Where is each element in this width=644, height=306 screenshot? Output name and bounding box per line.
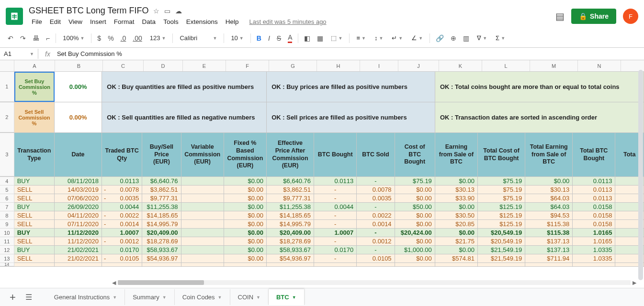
- col-header-K[interactable]: K: [439, 60, 482, 71]
- header-date[interactable]: Date: [55, 133, 102, 176]
- cell-price[interactable]: $54,936.97: [142, 254, 181, 262]
- cell-cost[interactable]: $75.19: [395, 177, 435, 185]
- cell-date[interactable]: 08/11/2018: [55, 177, 102, 185]
- tab-coin[interactable]: COIN▼: [230, 289, 269, 305]
- row-header[interactable]: 8: [0, 211, 14, 220]
- cell-fix[interactable]: $0.00: [224, 220, 267, 228]
- cell-price[interactable]: $3,862.51: [142, 186, 181, 194]
- cell-tearn[interactable]: $115.38: [525, 229, 573, 237]
- folder-icon[interactable]: ▭: [164, 7, 170, 15]
- cell-type[interactable]: BUY: [14, 203, 55, 211]
- cell-var[interactable]: [181, 186, 224, 194]
- cell-earn[interactable]: $33.90: [435, 194, 478, 202]
- col-header-G[interactable]: G: [269, 60, 317, 71]
- cell-tbtc[interactable]: 1.0335: [573, 254, 615, 262]
- cell-cost[interactable]: $0.00: [395, 194, 435, 202]
- cell-eff[interactable]: $3,862.51: [267, 186, 314, 194]
- row-header[interactable]: 2: [0, 102, 14, 132]
- cell-earn[interactable]: $21.75: [435, 237, 478, 245]
- cell[interactable]: [573, 263, 615, 266]
- fill-color-button[interactable]: ◧: [302, 33, 312, 44]
- col-header-F[interactable]: F: [226, 60, 269, 71]
- header-price[interactable]: Buy/Sell Price (EUR): [142, 133, 181, 176]
- cell-extra[interactable]: [615, 186, 644, 194]
- cell-qty[interactable]: -0.0078: [102, 186, 142, 194]
- msg-buy-price[interactable]: OK : Buy prices are filled as positive n…: [267, 72, 435, 102]
- header-totalbtc[interactable]: Total BTC Bought: [573, 133, 615, 176]
- cell[interactable]: [615, 263, 644, 266]
- borders-button[interactable]: ▦: [315, 33, 325, 44]
- cell-tcost[interactable]: $75.19: [478, 194, 525, 202]
- italic-button[interactable]: I: [266, 33, 272, 44]
- row-header[interactable]: 9: [0, 220, 14, 229]
- msg-total-coins[interactable]: OK : Total coins bought are more than or…: [435, 72, 644, 102]
- add-sheet-button[interactable]: +: [5, 291, 21, 304]
- cell-cost[interactable]: $50.00: [395, 203, 435, 211]
- col-header-J[interactable]: J: [398, 60, 439, 71]
- cell-tcost[interactable]: $125.19: [478, 220, 525, 228]
- rotate-button[interactable]: ∠ ▼: [408, 33, 426, 43]
- cell-type[interactable]: SELL: [14, 220, 55, 228]
- row-header[interactable]: 14: [0, 263, 14, 266]
- cell[interactable]: [357, 263, 395, 266]
- text-color-button[interactable]: A: [286, 32, 294, 45]
- cell-tbtc[interactable]: 0.0113: [573, 177, 615, 185]
- h-scrollbar[interactable]: [118, 280, 631, 285]
- cell-tbtc[interactable]: 1.0165: [573, 229, 615, 237]
- cell-eff[interactable]: $58,933.67: [267, 246, 314, 254]
- menu-view[interactable]: View: [66, 17, 85, 27]
- undo-icon[interactable]: ↶: [6, 33, 15, 44]
- cell-price[interactable]: $20,409.00: [142, 229, 181, 237]
- chart-icon[interactable]: ▥: [461, 33, 471, 44]
- sheet-list-button[interactable]: ☰: [21, 293, 37, 302]
- cell-tcost[interactable]: $21,549.19: [478, 246, 525, 254]
- cell-earn[interactable]: $0.00: [435, 246, 478, 254]
- cell-sold[interactable]: 0.0022: [357, 211, 395, 219]
- cell-cost[interactable]: $0.00: [395, 186, 435, 194]
- cell-bought[interactable]: -: [314, 237, 357, 245]
- cell-tbtc[interactable]: 0.0113: [573, 186, 615, 194]
- cell-sold[interactable]: -: [357, 246, 395, 254]
- header-btcsold[interactable]: BTC Sold: [357, 133, 395, 176]
- cell-eff[interactable]: $6,640.76: [267, 177, 314, 185]
- cell-qty[interactable]: -0.0035: [102, 194, 142, 202]
- set-sell-commission[interactable]: Set Sell Commission %: [14, 102, 55, 132]
- col-header-H[interactable]: H: [317, 60, 360, 71]
- cell-fix[interactable]: $0.00: [224, 246, 267, 254]
- cell-tcost[interactable]: $21,549.19: [478, 254, 525, 262]
- cell-qty[interactable]: 0.0044: [102, 203, 142, 211]
- cell-extra[interactable]: [615, 211, 644, 219]
- cell-qty[interactable]: 1.0007: [102, 229, 142, 237]
- cell[interactable]: [435, 263, 478, 266]
- row-header[interactable]: 11: [0, 237, 14, 246]
- cell-bought[interactable]: -: [314, 254, 357, 262]
- cell-tearn[interactable]: $94.53: [525, 211, 573, 219]
- cell-extra[interactable]: [615, 203, 644, 211]
- col-header-A[interactable]: A: [14, 60, 55, 71]
- menu-edit[interactable]: Edit: [47, 17, 64, 27]
- row-header[interactable]: 5: [0, 186, 14, 194]
- cell[interactable]: [142, 263, 181, 266]
- cell-eff[interactable]: $14,995.79: [267, 220, 314, 228]
- star-icon[interactable]: ☆: [153, 7, 159, 15]
- wrap-button[interactable]: ↵ ▼: [389, 33, 406, 43]
- cell-tbtc[interactable]: 0.0158: [573, 220, 615, 228]
- cell-price[interactable]: $14,995.79: [142, 220, 181, 228]
- cell-earn[interactable]: $0.00: [435, 177, 478, 185]
- cell-price[interactable]: $11,255.38: [142, 203, 181, 211]
- cell-tearn[interactable]: $64.03: [525, 194, 573, 202]
- header-qty[interactable]: Traded BTC Qty: [102, 133, 142, 176]
- cell-tearn[interactable]: $30.13: [525, 186, 573, 194]
- col-header-E[interactable]: E: [183, 60, 226, 71]
- cell-price[interactable]: $18,278.69: [142, 237, 181, 245]
- cell-cost[interactable]: $0.00: [395, 220, 435, 228]
- cell-fix[interactable]: $0.00: [224, 186, 267, 194]
- col-header-L[interactable]: L: [482, 60, 530, 71]
- cell-bought[interactable]: 0.0113: [314, 177, 357, 185]
- cell-eff[interactable]: $54,936.97: [267, 254, 314, 262]
- menu-help[interactable]: Help: [223, 17, 242, 27]
- cell-date[interactable]: 14/03/2019: [55, 186, 102, 194]
- cell-tcost[interactable]: $75.19: [478, 186, 525, 194]
- cell[interactable]: [102, 263, 142, 266]
- cell-type[interactable]: SELL: [14, 194, 55, 202]
